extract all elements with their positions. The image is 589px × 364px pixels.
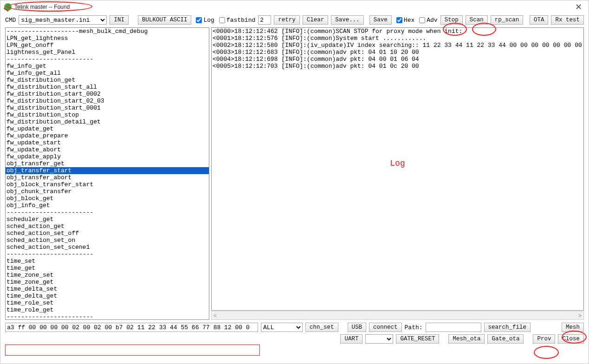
hex-command-input[interactable] bbox=[5, 323, 258, 332]
list-item[interactable]: obj_block_get bbox=[6, 195, 209, 202]
adv-checkbox[interactable] bbox=[419, 17, 425, 23]
chn-set-button[interactable]: chn_set bbox=[305, 323, 338, 332]
stop-button[interactable]: Stop bbox=[440, 15, 463, 25]
list-item[interactable]: fw_distribution_get bbox=[6, 77, 209, 84]
list-item[interactable]: fw_distribution_start_0002 bbox=[6, 91, 209, 98]
list-item[interactable]: obj_block_transfer_start bbox=[6, 181, 209, 188]
hex-checkbox-label[interactable]: Hex bbox=[395, 17, 414, 24]
list-item[interactable]: --------------------mesh_bulk_cmd_debug bbox=[6, 28, 209, 35]
list-item[interactable]: fw_info_get_all bbox=[6, 70, 209, 77]
save-as-button[interactable]: Save... bbox=[331, 15, 364, 25]
uart-button[interactable]: UART bbox=[340, 334, 362, 344]
list-item[interactable]: obj_info_get bbox=[6, 202, 209, 209]
fastbind-checkbox-label[interactable]: fastbind bbox=[217, 17, 255, 24]
list-item[interactable]: fw_distribution_stop bbox=[6, 111, 209, 118]
rp-scan-button[interactable]: rp_scan bbox=[491, 15, 524, 25]
list-item[interactable]: ------------------------ bbox=[6, 209, 209, 216]
close-button[interactable]: Close bbox=[558, 334, 584, 344]
list-item[interactable]: lightness_get_Panel bbox=[6, 49, 209, 56]
list-item[interactable]: obj_chunk_transfer bbox=[6, 188, 209, 195]
list-item[interactable]: time_role_get bbox=[6, 306, 209, 313]
list-item[interactable]: sched_action_set_on bbox=[6, 237, 209, 244]
top-toolbar: CMD sig_mesh_master.ini INI BULKOUT ASCI… bbox=[0, 13, 589, 27]
log-line: <0005>18:12:12:703 [INFO]:(common)adv pk… bbox=[213, 63, 583, 70]
list-item[interactable]: ------------------------ bbox=[6, 251, 209, 258]
scroll-left-icon[interactable]: < bbox=[212, 312, 219, 319]
all-select[interactable]: ALL bbox=[261, 323, 303, 332]
log-line: <0003>18:12:12:683 [INFO]:(common)adv pk… bbox=[213, 49, 583, 56]
ini-select[interactable]: sig_mesh_master.ini bbox=[19, 15, 107, 25]
list-item[interactable]: time_get bbox=[6, 265, 209, 272]
titlebar: Telink master -- Found ✕ bbox=[0, 0, 589, 13]
log-annotation-label: Log bbox=[390, 160, 405, 167]
list-item[interactable]: obj_transfer_get bbox=[6, 160, 209, 167]
gate-reset-button[interactable]: GATE_RESET bbox=[396, 334, 439, 344]
mesh-ota-button[interactable]: Mesh_ota bbox=[448, 334, 485, 344]
list-item[interactable]: time_zone_set bbox=[6, 272, 209, 279]
list-item[interactable]: fw_update_prepare bbox=[6, 132, 209, 139]
close-icon[interactable]: ✕ bbox=[572, 1, 585, 13]
list-item[interactable]: ------------------------ bbox=[6, 56, 209, 63]
list-item[interactable]: fw_distribution_start_all bbox=[6, 84, 209, 91]
list-item[interactable]: LPN_get_lightness bbox=[6, 35, 209, 42]
scan-button[interactable]: Scan bbox=[466, 15, 488, 25]
path-input[interactable] bbox=[426, 323, 481, 332]
retry-input[interactable] bbox=[258, 15, 271, 25]
list-item[interactable]: sched_action_set_scene1 bbox=[6, 244, 209, 251]
list-item[interactable]: time_role_set bbox=[6, 299, 209, 306]
list-item[interactable]: fw_update_apply bbox=[6, 153, 209, 160]
log-line: <0002>18:12:12:580 [INFO]:(iv_update)IV … bbox=[213, 42, 583, 49]
usb-button[interactable]: USB bbox=[348, 323, 367, 332]
scroll-right-icon[interactable]: > bbox=[576, 312, 583, 319]
list-item[interactable]: time_delta_set bbox=[6, 286, 209, 292]
uart-select[interactable] bbox=[365, 334, 393, 344]
list-item[interactable]: time_set bbox=[6, 258, 209, 265]
list-item[interactable]: LPN_get_onoff bbox=[6, 42, 209, 49]
list-item[interactable]: fw_update_abort bbox=[6, 146, 209, 153]
ota-button[interactable]: OTA bbox=[530, 15, 549, 25]
gate-ota-button[interactable]: Gate_ota bbox=[487, 334, 524, 344]
prov-button[interactable]: Prov bbox=[533, 334, 555, 344]
list-item[interactable]: fw_distribution_detail_get bbox=[6, 118, 209, 125]
window-title: Telink master -- Found bbox=[14, 4, 70, 10]
save-button[interactable]: Save bbox=[369, 15, 392, 25]
list-item[interactable]: obj_transfer_abort bbox=[6, 174, 209, 181]
mesh-button[interactable]: Mesh bbox=[562, 323, 584, 332]
log-checkbox-label[interactable]: Log bbox=[194, 17, 214, 24]
rx-test-button[interactable]: Rx test bbox=[551, 15, 584, 25]
list-item[interactable]: fw_distribution_start_0001 bbox=[6, 104, 209, 111]
bulkout-ascii-button[interactable]: BULKOUT ASCII bbox=[138, 15, 192, 25]
log-line: <0004>18:12:12:698 [INFO]:(common)adv pk… bbox=[213, 56, 583, 63]
log-horizontal-scrollbar[interactable]: < > bbox=[211, 311, 584, 320]
clear-button[interactable]: Clear bbox=[303, 15, 329, 25]
list-item[interactable]: ------------------------ bbox=[6, 313, 209, 320]
search-file-button[interactable]: search_file bbox=[484, 323, 531, 332]
retry-button[interactable]: retry bbox=[274, 15, 300, 25]
list-item[interactable]: scheduler_get bbox=[6, 216, 209, 223]
bottom-toolbar-2: UART GATE_RESET Mesh_ota Gate_ota Prov C… bbox=[0, 333, 589, 346]
list-item[interactable]: obj_transfer_start bbox=[6, 167, 209, 174]
command-list[interactable]: --------------------mesh_bulk_cmd_debugL… bbox=[5, 27, 209, 320]
log-box[interactable]: Log <0000>18:12:12:462 [INFO]:(common)SC… bbox=[211, 27, 584, 311]
list-item[interactable]: sched_action_set_off bbox=[6, 230, 209, 237]
list-item[interactable]: fw_distribution_start_02_03 bbox=[6, 98, 209, 104]
list-item[interactable]: time_zone_get bbox=[6, 279, 209, 286]
list-item[interactable]: time_delta_get bbox=[6, 292, 209, 299]
list-item[interactable]: fw_update_start bbox=[6, 139, 209, 146]
path-label: Path: bbox=[405, 324, 423, 331]
cmd-label: CMD bbox=[5, 17, 16, 24]
log-line: <0000>18:12:12:462 [INFO]:(common)SCAN S… bbox=[213, 28, 583, 35]
bottom-toolbar-1: ALL chn_set USB connect Path: search_fil… bbox=[0, 322, 589, 333]
fastbind-checkbox[interactable] bbox=[219, 17, 225, 23]
ini-button[interactable]: INI bbox=[110, 15, 129, 25]
list-item[interactable]: sched_action_get bbox=[6, 223, 209, 230]
hex-checkbox[interactable] bbox=[396, 17, 402, 23]
log-line: <0001>18:12:12:576 [INFO]:(common)System… bbox=[213, 35, 583, 42]
connect-button[interactable]: connect bbox=[369, 323, 402, 332]
log-checkbox[interactable] bbox=[196, 17, 202, 23]
list-item[interactable]: fw_info_get bbox=[6, 63, 209, 70]
app-icon bbox=[4, 3, 12, 11]
list-item[interactable]: fw_update_get bbox=[6, 125, 209, 132]
adv-checkbox-label[interactable]: Adv bbox=[417, 17, 437, 24]
